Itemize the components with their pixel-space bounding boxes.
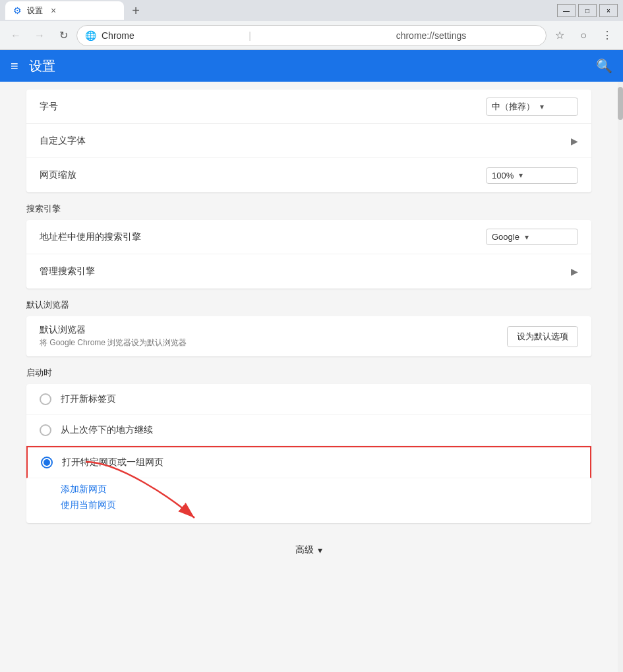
forward-button[interactable]: →	[29, 25, 50, 46]
default-browser-card: 默认浏览器 将 Google Chrome 浏览器设为默认浏览器 设为默认选项	[26, 316, 591, 356]
navigation-bar: ← → ↻ 🌐 Chrome | chrome://settings ☆ ○ ⋮	[0, 21, 623, 50]
startup-option3-row[interactable]: 打开特定网页或一组网页	[26, 446, 591, 478]
advanced-section: 高级 ▾	[0, 528, 618, 572]
new-tab-button[interactable]: +	[127, 1, 145, 20]
tab-close-button[interactable]: ×	[51, 5, 56, 16]
zoom-dropdown[interactable]: 100% ▾	[486, 167, 578, 184]
font-size-value: 中（推荐）	[492, 101, 535, 113]
tab-title: 设置	[27, 5, 43, 16]
add-new-page-link[interactable]: 添加新网页	[61, 484, 578, 495]
chrome-icon: 🌐	[85, 30, 96, 41]
startup-option3-label: 打开特定网页或一组网页	[62, 457, 163, 468]
default-browser-row: 默认浏览器 将 Google Chrome 浏览器设为默认浏览器 设为默认选项	[26, 316, 591, 356]
set-default-button[interactable]: 设为默认选项	[507, 326, 578, 347]
use-current-page-link[interactable]: 使用当前网页	[61, 499, 578, 511]
profile-button[interactable]: ○	[573, 25, 594, 46]
startup-radio3[interactable]	[41, 457, 53, 468]
address-bar-search-row: 地址栏中使用的搜索引擎 Google ▾	[26, 220, 591, 254]
startup-radio2[interactable]	[40, 424, 51, 436]
title-bar: ⚙ 设置 × + — □ ×	[0, 0, 623, 21]
default-browser-heading: 默认浏览器	[26, 299, 618, 311]
custom-font-arrow-icon: ▶	[571, 136, 578, 146]
startup-option1-label: 打开新标签页	[61, 393, 116, 405]
minimize-button[interactable]: —	[557, 4, 576, 17]
startup-links: 添加新网页 使用当前网页	[26, 478, 591, 523]
startup-option1-row[interactable]: 打开新标签页	[26, 384, 591, 415]
font-size-label: 字号	[40, 101, 486, 113]
settings-gear-icon: ⚙	[13, 5, 22, 16]
maximize-button[interactable]: □	[578, 4, 597, 17]
chrome-menu-button[interactable]: ⋮	[597, 25, 618, 46]
back-button[interactable]: ←	[5, 25, 26, 46]
address-bar-search-right: Google ▾	[486, 229, 578, 245]
font-size-dropdown[interactable]: 中（推荐） ▾	[486, 98, 578, 116]
app-header: ≡ 设置 🔍	[0, 50, 623, 82]
startup-heading: 启动时	[26, 367, 618, 379]
window-controls: — □ ×	[557, 4, 618, 17]
startup-radio1[interactable]	[40, 393, 51, 405]
scrollbar-thumb[interactable]	[618, 87, 623, 120]
search-engine-heading: 搜索引擎	[26, 203, 618, 215]
default-browser-text: 默认浏览器 将 Google Chrome 浏览器设为默认浏览器	[40, 324, 507, 349]
startup-option2-label: 从上次停下的地方继续	[61, 424, 153, 436]
manage-search-arrow-icon: ▶	[571, 266, 578, 277]
default-browser-subtitle: 将 Google Chrome 浏览器设为默认浏览器	[40, 337, 507, 349]
font-card: 字号 中（推荐） ▾ 自定义字体 ▶ 网页缩放	[26, 90, 591, 192]
advanced-label: 高级	[295, 544, 314, 556]
close-button[interactable]: ×	[599, 4, 618, 17]
startup-radio3-inner	[44, 459, 50, 466]
zoom-label: 网页缩放	[40, 169, 486, 181]
startup-section-wrapper: 打开新标签页 从上次停下的地方继续 打开特定网页或一组网页	[0, 384, 618, 523]
search-engine-dropdown[interactable]: Google ▾	[486, 229, 578, 245]
address-bar[interactable]: 🌐 Chrome | chrome://settings	[76, 25, 547, 46]
settings-content: 字号 中（推荐） ▾ 自定义字体 ▶ 网页缩放	[0, 82, 623, 672]
manage-search-label: 管理搜索引擎	[40, 266, 571, 277]
reload-button[interactable]: ↻	[53, 25, 74, 46]
zoom-value: 100%	[492, 171, 514, 181]
search-engine-card: 地址栏中使用的搜索引擎 Google ▾ 管理搜索引擎 ▶	[26, 220, 591, 289]
window-frame: ⚙ 设置 × + — □ × ← → ↻ 🌐 Chrome | chrome:/…	[0, 0, 623, 672]
search-engine-dropdown-arrow: ▾	[525, 233, 529, 242]
bookmark-button[interactable]: ☆	[549, 25, 570, 46]
address-brand: Chrome	[102, 30, 243, 41]
hamburger-icon[interactable]: ≡	[11, 59, 18, 74]
zoom-dropdown-arrow: ▾	[519, 171, 523, 180]
startup-card: 打开新标签页 从上次停下的地方继续 打开特定网页或一组网页	[26, 384, 591, 523]
address-bar-search-label: 地址栏中使用的搜索引擎	[40, 231, 486, 243]
search-icon[interactable]: 🔍	[596, 58, 612, 74]
font-size-right: 中（推荐） ▾	[486, 98, 578, 116]
main-scroll-area: 字号 中（推荐） ▾ 自定义字体 ▶ 网页缩放	[0, 82, 618, 672]
custom-font-row[interactable]: 自定义字体 ▶	[26, 124, 591, 158]
advanced-button[interactable]: 高级 ▾	[295, 544, 322, 556]
default-browser-title: 默认浏览器	[40, 324, 507, 336]
default-browser-section-wrapper: 默认浏览器 将 Google Chrome 浏览器设为默认浏览器 设为默认选项	[0, 316, 618, 356]
settings-page-title: 设置	[29, 57, 55, 75]
manage-search-row[interactable]: 管理搜索引擎 ▶	[26, 254, 591, 289]
right-scrollbar[interactable]	[618, 82, 623, 672]
font-size-row: 字号 中（推荐） ▾	[26, 90, 591, 124]
font-size-dropdown-arrow: ▾	[540, 102, 544, 111]
title-bar-left: ⚙ 设置 × +	[5, 1, 557, 20]
startup-option2-row[interactable]: 从上次停下的地方继续	[26, 415, 591, 446]
zoom-row: 网页缩放 100% ▾	[26, 158, 591, 192]
address-separator: |	[249, 30, 390, 41]
search-engine-value: Google	[492, 232, 519, 242]
custom-font-label: 自定义字体	[40, 135, 571, 147]
address-url: chrome://settings	[396, 30, 538, 41]
settings-tab[interactable]: ⚙ 设置 ×	[5, 1, 124, 20]
advanced-arrow-icon: ▾	[318, 545, 322, 555]
search-engine-section-wrapper: 地址栏中使用的搜索引擎 Google ▾ 管理搜索引擎 ▶	[0, 220, 618, 289]
font-section-wrapper: 字号 中（推荐） ▾ 自定义字体 ▶ 网页缩放	[0, 82, 618, 192]
zoom-right: 100% ▾	[486, 167, 578, 184]
